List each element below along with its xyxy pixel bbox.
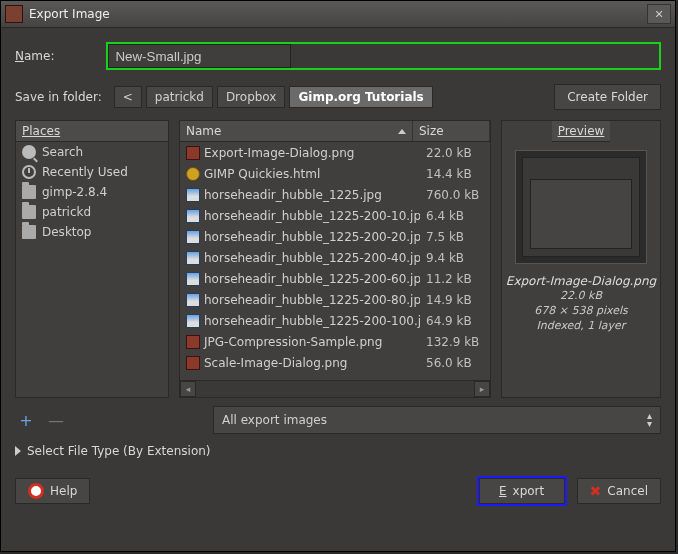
places-item[interactable]: Search (16, 142, 168, 162)
preview-header: Preview (558, 124, 605, 138)
html-icon (186, 167, 200, 181)
file-name: Export-Image-Dialog.png (204, 146, 354, 160)
file-size: 64.9 kB (420, 314, 490, 328)
remove-bookmark-button: — (45, 411, 67, 430)
file-size: 11.2 kB (420, 272, 490, 286)
jpg-icon (186, 188, 200, 202)
save-folder-label: Save in folder: (15, 90, 102, 104)
file-name: horseheadir_hubble_1225-200-40.jpg (204, 251, 420, 265)
preview-panel: Preview Export-Image-Dialog.png 22.0 kB … (501, 120, 661, 398)
file-row[interactable]: JPG-Compression-Sample.png132.9 kB (180, 331, 490, 352)
folder-icon (22, 225, 36, 239)
export-image-dialog: Export Image ✕ Name: Save in folder: < p… (0, 0, 676, 552)
file-size: 56.0 kB (420, 356, 490, 370)
file-size: 9.4 kB (420, 251, 490, 265)
file-name: horseheadir_hubble_1225.jpg (204, 188, 382, 202)
scroll-left-icon[interactable]: ◂ (180, 381, 196, 397)
jpg-icon (186, 314, 200, 328)
file-row[interactable]: GIMP Quickies.html14.4 kB (180, 163, 490, 184)
add-bookmark-button[interactable]: + (15, 411, 37, 430)
column-header-size[interactable]: Size (413, 121, 490, 141)
help-icon (28, 483, 44, 499)
png-icon (186, 146, 200, 160)
file-size: 14.4 kB (420, 167, 490, 181)
preview-mode: Indexed, 1 layer (537, 318, 626, 333)
create-folder-button[interactable]: Create Folder (554, 84, 661, 110)
file-name: horseheadir_hubble_1225-200-20.jpg (204, 230, 420, 244)
file-name: horseheadir_hubble_1225-200-100.jpg (204, 314, 420, 328)
select-file-type-expander[interactable]: Select File Type (By Extension) (15, 444, 661, 458)
png-icon (186, 356, 200, 370)
file-size: 6.4 kB (420, 209, 490, 223)
path-segment-0[interactable]: patrickd (146, 86, 213, 108)
jpg-icon (186, 272, 200, 286)
help-button[interactable]: Help (15, 478, 90, 504)
preview-thumbnail (515, 150, 647, 264)
file-row[interactable]: horseheadir_hubble_1225.jpg760.0 kB (180, 184, 490, 205)
places-item-label: Recently Used (42, 165, 128, 179)
preview-dimensions: 678 × 538 pixels (534, 303, 627, 318)
places-item-label: Desktop (42, 225, 92, 239)
jpg-icon (186, 209, 200, 223)
file-name: horseheadir_hubble_1225-200-80.jpg (204, 293, 420, 307)
column-header-name[interactable]: Name (180, 121, 413, 141)
places-item-label: patrickd (42, 205, 91, 219)
file-size: 132.9 kB (420, 335, 490, 349)
titlebar: Export Image ✕ (1, 1, 675, 28)
recent-icon (22, 165, 36, 179)
cancel-icon: ✖ (590, 483, 602, 499)
horizontal-scrollbar[interactable]: ◂ ▸ (180, 380, 490, 397)
search-icon (22, 145, 36, 159)
png-icon (186, 335, 200, 349)
places-item[interactable]: Desktop (16, 222, 168, 242)
updown-icon: ▴▾ (647, 412, 652, 428)
file-row[interactable]: horseheadir_hubble_1225-200-100.jpg64.9 … (180, 310, 490, 331)
file-row[interactable]: horseheadir_hubble_1225-200-40.jpg9.4 kB (180, 247, 490, 268)
preview-size: 22.0 kB (560, 288, 602, 303)
jpg-icon (186, 293, 200, 307)
places-item[interactable]: patrickd (16, 202, 168, 222)
file-size: 7.5 kB (420, 230, 490, 244)
cancel-button[interactable]: ✖ Cancel (577, 478, 661, 504)
file-size: 760.0 kB (420, 188, 490, 202)
file-list-panel: Name Size Export-Image-Dialog.png22.0 kB… (179, 120, 491, 398)
path-segment-2[interactable]: Gimp.org Tutorials (289, 86, 432, 108)
jpg-icon (186, 251, 200, 265)
places-item-label: gimp-2.8.4 (42, 185, 107, 199)
path-segment-1[interactable]: Dropbox (217, 86, 286, 108)
file-name: Scale-Image-Dialog.png (204, 356, 347, 370)
file-type-filter-combo[interactable]: All export images ▴▾ (213, 406, 661, 434)
file-size: 22.0 kB (420, 146, 490, 160)
file-row[interactable]: Scale-Image-Dialog.png56.0 kB (180, 352, 490, 373)
filter-label: All export images (222, 413, 327, 427)
path-up-button[interactable]: < (114, 86, 142, 108)
preview-filename: Export-Image-Dialog.png (506, 274, 656, 288)
export-button[interactable]: Export (479, 478, 565, 504)
file-row[interactable]: horseheadir_hubble_1225-200-10.jpg6.4 kB (180, 205, 490, 226)
places-item[interactable]: Recently Used (16, 162, 168, 182)
folder-icon (22, 185, 36, 199)
app-icon (5, 5, 23, 23)
file-name: GIMP Quickies.html (204, 167, 320, 181)
window-title: Export Image (29, 7, 110, 21)
file-name: horseheadir_hubble_1225-200-10.jpg (204, 209, 420, 223)
file-row[interactable]: horseheadir_hubble_1225-200-20.jpg7.5 kB (180, 226, 490, 247)
file-row[interactable]: Export-Image-Dialog.png22.0 kB (180, 142, 490, 163)
places-panel: Places SearchRecently Usedgimp-2.8.4patr… (15, 120, 169, 398)
scroll-right-icon[interactable]: ▸ (474, 381, 490, 397)
file-row[interactable]: horseheadir_hubble_1225-200-60.jpg11.2 k… (180, 268, 490, 289)
places-item[interactable]: gimp-2.8.4 (16, 182, 168, 202)
places-item-label: Search (42, 145, 83, 159)
places-header: Places (22, 124, 60, 138)
filename-input[interactable] (108, 44, 291, 68)
folder-icon (22, 205, 36, 219)
file-name: horseheadir_hubble_1225-200-60.jpg (204, 272, 420, 286)
close-button[interactable]: ✕ (647, 4, 671, 24)
expander-triangle-icon (15, 446, 21, 456)
file-name: JPG-Compression-Sample.png (204, 335, 382, 349)
name-label: Name: (15, 49, 54, 63)
file-row[interactable]: horseheadir_hubble_1225-200-80.jpg14.9 k… (180, 289, 490, 310)
sort-ascending-icon (398, 129, 406, 134)
jpg-icon (186, 230, 200, 244)
file-size: 14.9 kB (420, 293, 490, 307)
